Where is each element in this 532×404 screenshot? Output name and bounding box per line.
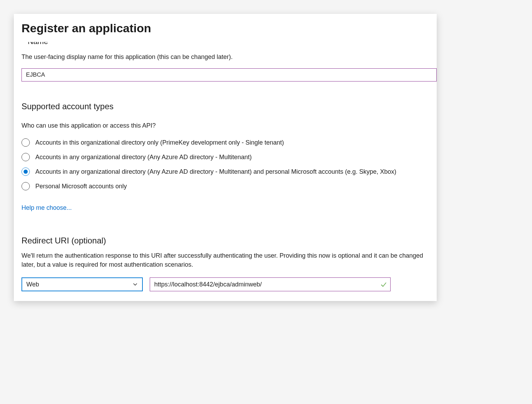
radio-icon (21, 182, 30, 190)
name-label-text: Name (28, 42, 48, 46)
radio-label: Personal Microsoft accounts only (35, 183, 127, 190)
chevron-down-icon (132, 282, 138, 287)
account-types-description: Who can use this application or access t… (21, 121, 437, 130)
redirect-uri-input[interactable] (150, 277, 391, 291)
page-title: Register an application (21, 22, 437, 35)
checkmark-icon (380, 281, 387, 288)
radio-icon (21, 167, 30, 176)
name-section-label: ·· Name (21, 42, 437, 48)
account-type-option-multitenant[interactable]: Accounts in any organizational directory… (21, 153, 437, 161)
redirect-uri-title: Redirect URI (optional) (21, 236, 437, 246)
account-type-option-multitenant-personal[interactable]: Accounts in any organizational directory… (21, 167, 437, 176)
redirect-platform-value: Web (26, 281, 39, 288)
account-type-option-personal-only[interactable]: Personal Microsoft accounts only (21, 182, 437, 190)
radio-icon (21, 138, 30, 147)
account-type-option-single-tenant[interactable]: Accounts in this organizational director… (21, 138, 437, 147)
radio-icon (21, 153, 30, 161)
redirect-platform-select[interactable]: Web (21, 277, 143, 291)
radio-label: Accounts in this organizational director… (35, 139, 284, 146)
name-description: The user-facing display name for this ap… (21, 52, 437, 61)
register-application-panel: Register an application ·· Name The user… (14, 14, 437, 301)
radio-label: Accounts in any organizational directory… (35, 154, 252, 161)
application-name-input[interactable] (21, 68, 437, 81)
help-me-choose-link[interactable]: Help me choose... (21, 204, 72, 211)
account-types-radio-group: Accounts in this organizational director… (21, 138, 437, 190)
radio-label: Accounts in any organizational directory… (35, 168, 396, 175)
account-types-title: Supported account types (21, 102, 437, 111)
redirect-uri-description: We'll return the authentication response… (21, 251, 437, 269)
redirect-uri-input-wrap (150, 277, 391, 291)
redirect-uri-row: Web (21, 277, 437, 291)
